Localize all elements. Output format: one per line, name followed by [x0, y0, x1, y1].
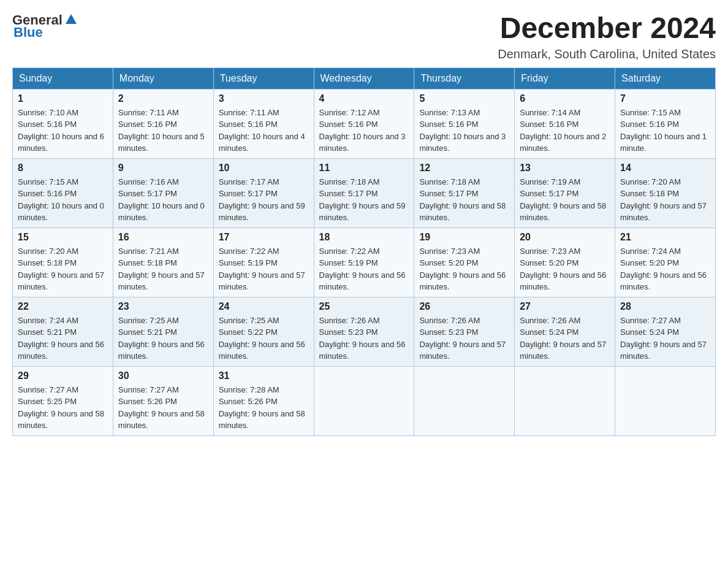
day-number: 18 — [319, 232, 409, 243]
day-number: 4 — [319, 93, 409, 104]
day-number: 30 — [118, 370, 208, 381]
day-info: Sunrise: 7:17 AM Sunset: 5:17 PM Dayligh… — [219, 176, 309, 224]
table-row: 24 Sunrise: 7:25 AM Sunset: 5:22 PM Dayl… — [213, 297, 314, 366]
day-number: 9 — [118, 163, 208, 174]
header-sunday: Sunday — [13, 67, 113, 89]
day-number: 6 — [520, 93, 610, 104]
header-monday: Monday — [113, 67, 213, 89]
day-info: Sunrise: 7:20 AM Sunset: 5:18 PM Dayligh… — [620, 176, 710, 224]
day-number: 29 — [18, 370, 108, 381]
location-subtitle: Denmark, South Carolina, United States — [498, 47, 716, 61]
table-row: 5 Sunrise: 7:13 AM Sunset: 5:16 PM Dayli… — [414, 89, 515, 158]
table-row: 20 Sunrise: 7:23 AM Sunset: 5:20 PM Dayl… — [515, 228, 615, 297]
table-row: 10 Sunrise: 7:17 AM Sunset: 5:17 PM Dayl… — [213, 158, 314, 228]
calendar-header-row: Sunday Monday Tuesday Wednesday Thursday… — [13, 67, 716, 89]
table-row: 25 Sunrise: 7:26 AM Sunset: 5:23 PM Dayl… — [314, 297, 414, 366]
day-info: Sunrise: 7:26 AM Sunset: 5:23 PM Dayligh… — [419, 315, 509, 362]
table-row: 30 Sunrise: 7:27 AM Sunset: 5:26 PM Dayl… — [113, 366, 213, 435]
day-info: Sunrise: 7:15 AM Sunset: 5:16 PM Dayligh… — [620, 107, 710, 155]
page-header: General Blue December 2024 Denmark, Sout… — [12, 12, 716, 61]
logo-triangle-icon — [64, 13, 78, 26]
table-row — [515, 366, 615, 435]
day-info: Sunrise: 7:23 AM Sunset: 5:20 PM Dayligh… — [520, 245, 610, 293]
header-friday: Friday — [515, 67, 615, 89]
svg-marker-0 — [66, 14, 77, 24]
table-row: 1 Sunrise: 7:10 AM Sunset: 5:16 PM Dayli… — [13, 89, 113, 158]
calendar-week-2: 8 Sunrise: 7:15 AM Sunset: 5:16 PM Dayli… — [13, 158, 716, 228]
table-row: 11 Sunrise: 7:18 AM Sunset: 5:17 PM Dayl… — [314, 158, 414, 228]
table-row: 23 Sunrise: 7:25 AM Sunset: 5:21 PM Dayl… — [113, 297, 213, 366]
day-number: 10 — [219, 163, 309, 174]
day-info: Sunrise: 7:11 AM Sunset: 5:16 PM Dayligh… — [219, 107, 309, 155]
header-saturday: Saturday — [615, 67, 716, 89]
table-row: 6 Sunrise: 7:14 AM Sunset: 5:16 PM Dayli… — [515, 89, 615, 158]
table-row: 27 Sunrise: 7:26 AM Sunset: 5:24 PM Dayl… — [515, 297, 615, 366]
table-row: 12 Sunrise: 7:18 AM Sunset: 5:17 PM Dayl… — [414, 158, 515, 228]
table-row: 15 Sunrise: 7:20 AM Sunset: 5:18 PM Dayl… — [13, 228, 113, 297]
table-row: 17 Sunrise: 7:22 AM Sunset: 5:19 PM Dayl… — [213, 228, 314, 297]
day-info: Sunrise: 7:12 AM Sunset: 5:16 PM Dayligh… — [319, 107, 409, 155]
day-info: Sunrise: 7:10 AM Sunset: 5:16 PM Dayligh… — [18, 107, 108, 155]
day-info: Sunrise: 7:24 AM Sunset: 5:21 PM Dayligh… — [18, 315, 108, 362]
table-row: 19 Sunrise: 7:23 AM Sunset: 5:20 PM Dayl… — [414, 228, 515, 297]
day-info: Sunrise: 7:22 AM Sunset: 5:19 PM Dayligh… — [319, 245, 409, 293]
day-number: 1 — [18, 93, 108, 104]
table-row: 18 Sunrise: 7:22 AM Sunset: 5:19 PM Dayl… — [314, 228, 414, 297]
day-info: Sunrise: 7:22 AM Sunset: 5:19 PM Dayligh… — [219, 245, 309, 293]
calendar-week-5: 29 Sunrise: 7:27 AM Sunset: 5:25 PM Dayl… — [13, 366, 716, 435]
day-number: 7 — [620, 93, 710, 104]
day-info: Sunrise: 7:20 AM Sunset: 5:18 PM Dayligh… — [18, 245, 108, 293]
day-info: Sunrise: 7:19 AM Sunset: 5:17 PM Dayligh… — [520, 176, 610, 224]
table-row: 2 Sunrise: 7:11 AM Sunset: 5:16 PM Dayli… — [113, 89, 213, 158]
day-number: 15 — [18, 232, 108, 243]
day-number: 23 — [118, 301, 208, 312]
table-row — [414, 366, 515, 435]
calendar-table: Sunday Monday Tuesday Wednesday Thursday… — [12, 67, 716, 436]
day-number: 24 — [219, 301, 309, 312]
table-row: 3 Sunrise: 7:11 AM Sunset: 5:16 PM Dayli… — [213, 89, 314, 158]
header-thursday: Thursday — [414, 67, 515, 89]
day-number: 25 — [319, 301, 409, 312]
table-row — [314, 366, 414, 435]
day-info: Sunrise: 7:11 AM Sunset: 5:16 PM Dayligh… — [118, 107, 208, 155]
day-info: Sunrise: 7:26 AM Sunset: 5:24 PM Dayligh… — [520, 315, 610, 362]
table-row: 22 Sunrise: 7:24 AM Sunset: 5:21 PM Dayl… — [13, 297, 113, 366]
day-number: 21 — [620, 232, 710, 243]
table-row: 7 Sunrise: 7:15 AM Sunset: 5:16 PM Dayli… — [615, 89, 716, 158]
day-info: Sunrise: 7:27 AM Sunset: 5:26 PM Dayligh… — [118, 384, 208, 432]
table-row: 16 Sunrise: 7:21 AM Sunset: 5:18 PM Dayl… — [113, 228, 213, 297]
day-number: 12 — [419, 163, 509, 174]
table-row: 31 Sunrise: 7:28 AM Sunset: 5:26 PM Dayl… — [213, 366, 314, 435]
day-info: Sunrise: 7:26 AM Sunset: 5:23 PM Dayligh… — [319, 315, 409, 362]
day-info: Sunrise: 7:14 AM Sunset: 5:16 PM Dayligh… — [520, 107, 610, 155]
day-info: Sunrise: 7:16 AM Sunset: 5:17 PM Dayligh… — [118, 176, 208, 224]
day-number: 17 — [219, 232, 309, 243]
day-number: 5 — [419, 93, 509, 104]
day-info: Sunrise: 7:13 AM Sunset: 5:16 PM Dayligh… — [419, 107, 509, 155]
day-number: 31 — [219, 370, 309, 381]
table-row: 9 Sunrise: 7:16 AM Sunset: 5:17 PM Dayli… — [113, 158, 213, 228]
day-number: 19 — [419, 232, 509, 243]
table-row: 13 Sunrise: 7:19 AM Sunset: 5:17 PM Dayl… — [515, 158, 615, 228]
day-number: 14 — [620, 163, 710, 174]
day-number: 3 — [219, 93, 309, 104]
day-info: Sunrise: 7:15 AM Sunset: 5:16 PM Dayligh… — [18, 176, 108, 224]
day-info: Sunrise: 7:24 AM Sunset: 5:20 PM Dayligh… — [620, 245, 710, 293]
table-row: 21 Sunrise: 7:24 AM Sunset: 5:20 PM Dayl… — [615, 228, 716, 297]
table-row: 28 Sunrise: 7:27 AM Sunset: 5:24 PM Dayl… — [615, 297, 716, 366]
calendar-week-4: 22 Sunrise: 7:24 AM Sunset: 5:21 PM Dayl… — [13, 297, 716, 366]
calendar-week-1: 1 Sunrise: 7:10 AM Sunset: 5:16 PM Dayli… — [13, 89, 716, 158]
table-row: 14 Sunrise: 7:20 AM Sunset: 5:18 PM Dayl… — [615, 158, 716, 228]
day-number: 20 — [520, 232, 610, 243]
logo-blue-text: Blue — [13, 25, 43, 40]
day-info: Sunrise: 7:18 AM Sunset: 5:17 PM Dayligh… — [319, 176, 409, 224]
day-info: Sunrise: 7:25 AM Sunset: 5:22 PM Dayligh… — [219, 315, 309, 362]
logo: General Blue — [12, 12, 78, 40]
day-number: 13 — [520, 163, 610, 174]
table-row — [615, 366, 716, 435]
day-number: 2 — [118, 93, 208, 104]
header-tuesday: Tuesday — [213, 67, 314, 89]
calendar-week-3: 15 Sunrise: 7:20 AM Sunset: 5:18 PM Dayl… — [13, 228, 716, 297]
day-number: 27 — [520, 301, 610, 312]
day-number: 26 — [419, 301, 509, 312]
